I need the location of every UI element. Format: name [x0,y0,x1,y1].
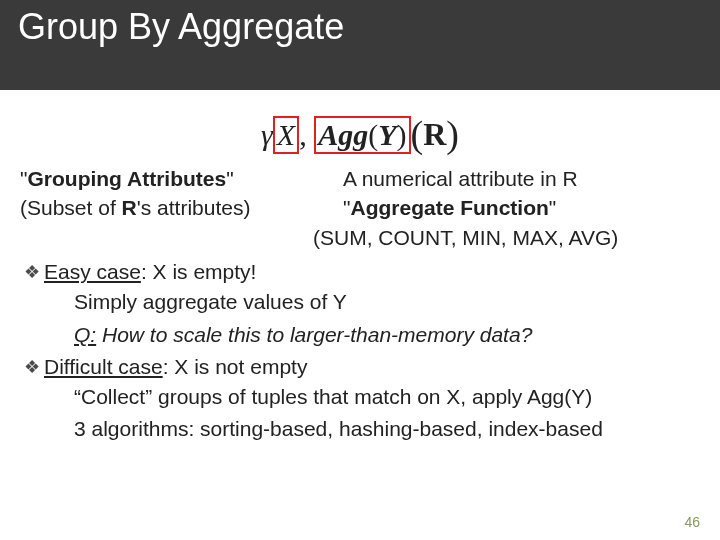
aggregate-annotation: A numerical attribute in R "Aggregate Fu… [315,164,700,252]
difficult-case-post: : X is not empty [163,355,308,378]
subset-r: R [122,196,137,219]
formula-rp1: ) [397,118,407,151]
q-label: Q: [74,323,96,346]
quote-close-2: " [549,196,556,219]
numeric-attr-label: A numerical attribute in R [343,164,700,193]
easy-case-post: : X is empty! [141,260,257,283]
box-agg: Agg(Y) [314,116,410,154]
q-text: How to scale this to larger-than-memory … [96,323,532,346]
formula-agg: Agg [318,118,368,151]
bullet-difficult: ❖Difficult case: X is not empty [24,355,700,379]
formula-lp1: ( [368,118,378,151]
quote-close: " [226,167,233,190]
difficult-case-label: Difficult case [44,355,163,378]
box-x: X [273,116,299,154]
formula-y: Y [378,118,396,151]
subset-post: 's attributes) [137,196,251,219]
formula-x: X [277,118,295,151]
aggregate-function-label: Aggregate Function [350,196,548,219]
title-bar: Group By Aggregate [0,0,720,90]
diamond-icon: ❖ [24,262,40,282]
annotations-row: "Grouping Attributes" (Subset of R's att… [20,164,700,252]
slide-title: Group By Aggregate [18,6,702,48]
easy-sub1: Simply aggregate values of Y [74,288,700,316]
formula: γX, Agg(Y)(R) [20,110,700,156]
formula-lp2: ( [411,113,424,155]
grouping-attributes-label: Grouping Attributes [27,167,226,190]
subset-pre: (Subset of [20,196,122,219]
gamma-symbol: γ [261,118,273,151]
formula-comma: , [299,118,314,151]
difficult-sub2: 3 algorithms: sorting-based, hashing-bas… [74,415,700,443]
aggregate-examples: (SUM, COUNT, MIN, MAX, AVG) [313,223,700,252]
formula-rp2: ) [446,113,459,155]
easy-sub2: Q: How to scale this to larger-than-memo… [74,321,700,349]
diamond-icon: ❖ [24,357,40,377]
difficult-sub1: “Collect” groups of tuples that match on… [74,383,700,411]
bullet-easy: ❖Easy case: X is empty! [24,260,700,284]
page-number: 46 [684,514,700,530]
slide-body: γX, Agg(Y)(R) "Grouping Attributes" (Sub… [0,90,720,444]
formula-r: R [423,116,446,152]
easy-case-label: Easy case [44,260,141,283]
grouping-annotation: "Grouping Attributes" (Subset of R's att… [20,164,305,252]
